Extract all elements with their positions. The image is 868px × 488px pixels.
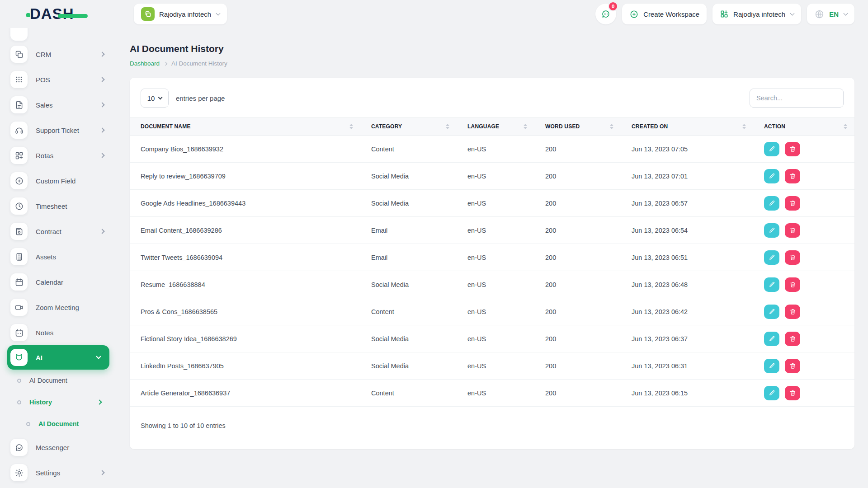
sidebar-subitem-history-ai-document[interactable]: AI Document bbox=[0, 413, 116, 435]
sidebar-item-rotas[interactable]: Rotas bbox=[0, 143, 116, 168]
delete-button[interactable] bbox=[785, 223, 800, 238]
cell-word-used: 200 bbox=[534, 163, 621, 190]
cell-category: Social Media bbox=[360, 352, 457, 380]
sidebar-item-calendar[interactable]: Calendar bbox=[0, 269, 116, 295]
cell-word-used: 200 bbox=[534, 217, 621, 244]
sidebar-item-timesheet[interactable]: Timesheet bbox=[0, 193, 116, 219]
table-row: Twitter Tweets_1686639094 Email en-US 20… bbox=[130, 244, 854, 271]
delete-button[interactable] bbox=[785, 359, 800, 373]
globe-icon bbox=[814, 9, 825, 19]
cell-category: Content bbox=[360, 136, 457, 163]
sidebar: DASH CRM POS Sales bbox=[0, 0, 116, 488]
sidebar-item-contract[interactable]: Contract bbox=[0, 219, 116, 244]
account-menu[interactable]: Rajodiya infotech bbox=[712, 4, 801, 24]
grid-dots-icon bbox=[10, 71, 28, 88]
bullet-ring-icon bbox=[17, 400, 21, 404]
sort-arrows-icon bbox=[742, 124, 746, 129]
sidebar-item-assets[interactable]: Assets bbox=[0, 244, 116, 269]
sidebar-item-ai[interactable]: AI bbox=[7, 345, 109, 370]
delete-button[interactable] bbox=[785, 305, 800, 319]
create-workspace-label: Create Workspace bbox=[643, 10, 699, 18]
chevron-right-icon bbox=[99, 77, 104, 82]
cell-word-used: 200 bbox=[534, 298, 621, 325]
cell-language: en-US bbox=[457, 271, 534, 298]
sidebar-item-sales[interactable]: Sales bbox=[0, 92, 116, 117]
cell-created-on: Jun 13, 2023 06:15 bbox=[621, 380, 753, 407]
sidebar-item-support-ticket[interactable]: Support Ticket bbox=[0, 117, 116, 143]
cell-document-name: Resume_1686638884 bbox=[130, 271, 360, 298]
edit-button[interactable] bbox=[764, 305, 779, 319]
cell-document-name: Twitter Tweets_1686639094 bbox=[130, 244, 360, 271]
sidebar-item-custom-field[interactable]: Custom Field bbox=[0, 168, 116, 193]
notes-icon bbox=[10, 324, 28, 341]
messages-badge: 0 bbox=[608, 1, 618, 11]
chevron-down-icon bbox=[216, 11, 221, 16]
sidebar-item-settings[interactable]: Settings bbox=[0, 460, 116, 485]
cell-category: Social Media bbox=[360, 325, 457, 352]
trash-icon bbox=[789, 335, 796, 342]
cell-document-name: Pros & Cons_1686638565 bbox=[130, 298, 360, 325]
workspace-avatar bbox=[141, 7, 155, 21]
cell-word-used: 200 bbox=[534, 352, 621, 380]
edit-button[interactable] bbox=[764, 359, 779, 373]
edit-button[interactable] bbox=[764, 196, 779, 211]
delete-button[interactable] bbox=[785, 169, 800, 183]
delete-button[interactable] bbox=[785, 332, 800, 346]
app-logo[interactable]: DASH bbox=[0, 0, 116, 28]
sidebar-item-messenger[interactable]: Messenger bbox=[0, 435, 116, 460]
cell-word-used: 200 bbox=[534, 271, 621, 298]
sidebar-item-pos[interactable]: POS bbox=[0, 67, 116, 92]
delete-button[interactable] bbox=[785, 196, 800, 211]
cell-created-on: Jun 13, 2023 06:31 bbox=[621, 352, 753, 380]
delete-button[interactable] bbox=[785, 142, 800, 156]
column-header-language[interactable]: LANGUAGE bbox=[457, 118, 534, 136]
cell-created-on: Jun 13, 2023 06:42 bbox=[621, 298, 753, 325]
table-row: LinkedIn Posts_1686637905 Social Media e… bbox=[130, 352, 854, 380]
edit-button[interactable] bbox=[764, 386, 779, 400]
create-workspace-button[interactable]: Create Workspace bbox=[622, 4, 707, 24]
messages-button[interactable]: 0 bbox=[595, 4, 616, 24]
column-header-created-on[interactable]: CREATED ON bbox=[621, 118, 753, 136]
headset-icon bbox=[10, 122, 28, 139]
column-header-category[interactable]: CATEGORY bbox=[360, 118, 457, 136]
bullet-ring-icon bbox=[17, 379, 21, 383]
chevron-down-icon bbox=[96, 354, 101, 359]
edit-button[interactable] bbox=[764, 142, 779, 156]
table-row: Company Bios_1686639932 Content en-US 20… bbox=[130, 136, 854, 163]
table-controls: 10 entries per page bbox=[130, 78, 854, 117]
delete-button[interactable] bbox=[785, 386, 800, 400]
sidebar-item-crm[interactable]: CRM bbox=[0, 42, 116, 67]
column-header-document-name[interactable]: DOCUMENT NAME bbox=[130, 118, 360, 136]
clock-icon bbox=[10, 197, 28, 215]
search-input[interactable] bbox=[750, 89, 844, 108]
trash-icon bbox=[789, 308, 796, 315]
edit-button[interactable] bbox=[764, 169, 779, 183]
chevron-right-icon bbox=[97, 399, 102, 404]
sidebar-item-notes[interactable]: Notes bbox=[0, 320, 116, 345]
delete-button[interactable] bbox=[785, 277, 800, 292]
pencil-icon bbox=[769, 389, 775, 396]
ai-fox-icon bbox=[10, 349, 28, 366]
edit-button[interactable] bbox=[764, 332, 779, 346]
cell-word-used: 200 bbox=[534, 136, 621, 163]
sidebar-subitem-history[interactable]: History bbox=[0, 391, 116, 413]
sort-arrows-icon bbox=[610, 124, 613, 129]
pencil-icon bbox=[769, 200, 775, 206]
sidebar-item-zoom-meeting[interactable]: Zoom Meeting bbox=[0, 295, 116, 320]
breadcrumb-dashboard-link[interactable]: Dashboard bbox=[130, 60, 160, 67]
edit-button[interactable] bbox=[764, 250, 779, 265]
sidebar-subitem-ai-document[interactable]: AI Document bbox=[0, 370, 116, 391]
cell-language: en-US bbox=[457, 217, 534, 244]
workspace-switcher[interactable]: Rajodiya infotech bbox=[134, 4, 227, 24]
edit-button[interactable] bbox=[764, 223, 779, 238]
column-header-action[interactable]: ACTION bbox=[753, 118, 854, 136]
page-size-select[interactable]: 10 bbox=[141, 89, 169, 108]
column-header-word-used[interactable]: WORD USED bbox=[534, 118, 621, 136]
delete-button[interactable] bbox=[785, 250, 800, 265]
cell-document-name: Company Bios_1686639932 bbox=[130, 136, 360, 163]
cell-language: en-US bbox=[457, 163, 534, 190]
sidebar-nav: CRM POS Sales Support Ticket bbox=[0, 28, 116, 485]
chat-bubble-icon bbox=[601, 9, 611, 19]
edit-button[interactable] bbox=[764, 277, 779, 292]
language-menu[interactable]: EN bbox=[807, 4, 854, 24]
